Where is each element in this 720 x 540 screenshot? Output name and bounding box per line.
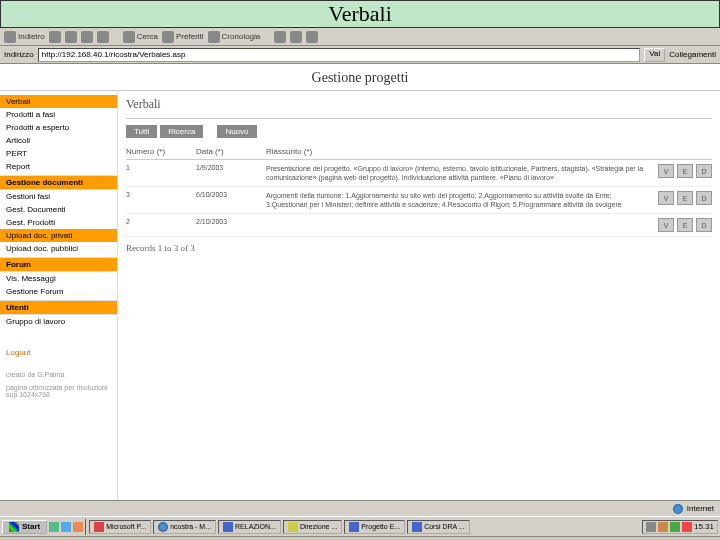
cell-date: 2/10/2003 (196, 218, 266, 225)
task-item[interactable]: RELAZION... (218, 520, 281, 534)
app-icon (288, 522, 298, 532)
view-button[interactable]: V (658, 191, 674, 205)
sidebar-item-gestione-forum[interactable]: Gestione Forum (0, 285, 117, 298)
sidebar-logout[interactable]: Logout (0, 346, 117, 359)
table-row: 3 6/10/2003 Argomenti della riunione: 1.… (126, 187, 712, 214)
sidebar-item-upload-pubblici[interactable]: Upload doc. pubblici (0, 242, 117, 255)
sidebar-item-gruppo-lavoro[interactable]: Gruppo di lavoro (0, 315, 117, 328)
sidebar-item-pert[interactable]: PERT (0, 147, 117, 160)
cell-date: 1/9/2003 (196, 164, 266, 171)
slide-footer: MIT – DICOTER Progetto: Industrie a risc… (0, 536, 720, 540)
sidebar-item-upload-privati[interactable]: Upload doc. privati (0, 229, 117, 242)
col-header-numero[interactable]: Numero (*) (126, 147, 196, 156)
app-icon (94, 522, 104, 532)
delete-button[interactable]: D (696, 164, 712, 178)
quick-launch-icon[interactable] (61, 522, 71, 532)
sidebar-header-docs: Gestione documenti (0, 175, 117, 190)
tray-icon[interactable] (658, 522, 668, 532)
sidebar-item-report[interactable]: Report (0, 160, 117, 173)
edit-button[interactable]: E (677, 164, 693, 178)
quick-launch-icon[interactable] (49, 522, 59, 532)
task-item[interactable]: Corsi DRA ... (407, 520, 469, 534)
sidebar-item-articoli[interactable]: Articoli (0, 134, 117, 147)
sidebar-item-prodotti-fasi[interactable]: Prodotti a fasi (0, 108, 117, 121)
cell-summary: Argomenti della riunione: 1.Aggiornament… (266, 191, 658, 209)
windows-icon (9, 522, 19, 532)
status-bar: Internet (0, 500, 720, 516)
task-item[interactable]: Progetto E... (344, 520, 405, 534)
toolbar-mail[interactable] (274, 31, 286, 43)
address-label: Indirizzo (4, 50, 34, 59)
toolbar-favorites[interactable]: Preferiti (162, 31, 204, 43)
status-internet: Internet (687, 504, 714, 513)
sidebar-item-gestioni-fasi[interactable]: Gestioni fasi (0, 190, 117, 203)
address-input[interactable] (38, 48, 641, 62)
app-icon (349, 522, 359, 532)
toolbar-history[interactable]: Cronologia (208, 31, 261, 43)
edit-button[interactable]: E (677, 218, 693, 232)
cell-summary: Presentazione del progetto. «Gruppo di l… (266, 164, 658, 182)
tray-icon[interactable] (646, 522, 656, 532)
tray-icon[interactable] (670, 522, 680, 532)
sidebar: Verbali Prodotti a fasi Prodotti a esper… (0, 91, 118, 500)
view-button[interactable]: V (658, 164, 674, 178)
tab-ricerca[interactable]: Ricerca (160, 125, 203, 138)
system-tray[interactable]: 15.31 (642, 520, 718, 534)
sidebar-item-vis-messaggi[interactable]: Vis. Messaggi (0, 272, 117, 285)
cell-num: 3 (126, 191, 196, 198)
task-item[interactable]: ncostra - M... (153, 520, 216, 534)
toolbar-forward[interactable] (49, 31, 61, 43)
delete-button[interactable]: D (696, 191, 712, 205)
view-button[interactable]: V (658, 218, 674, 232)
app-icon (158, 522, 168, 532)
sidebar-optim: pagina ottimizzata per risoluzioni sup.1… (6, 384, 111, 398)
task-item[interactable]: Microsoft P... (89, 520, 151, 534)
quick-launch-icon[interactable] (73, 522, 83, 532)
toolbar-back[interactable]: Indietro (4, 31, 45, 43)
table-row: 1 1/9/2003 Presentazione del progetto. «… (126, 160, 712, 187)
col-header-data[interactable]: Data (*) (196, 147, 266, 156)
sidebar-header-utenti: Utenti (0, 300, 117, 315)
toolbar-print[interactable] (290, 31, 302, 43)
go-button[interactable]: Vai (644, 48, 665, 62)
toolbar-search[interactable]: Cerca (123, 31, 158, 43)
records-count: Records 1 to 3 of 3 (126, 237, 712, 259)
main-panel: Verbali Tutti Ricerca Nuovo Numero (*) D… (118, 91, 720, 500)
task-item[interactable]: Direzione ... (283, 520, 342, 534)
address-bar: Indirizzo Vai Collegamenti (0, 46, 720, 64)
col-header-riassunto[interactable]: Riassunto (*) (266, 147, 652, 156)
toolbar-edit[interactable] (306, 31, 318, 43)
app-icon (223, 522, 233, 532)
cell-num: 1 (126, 164, 196, 171)
browser-toolbar: Indietro Cerca Preferiti Cronologia (0, 28, 720, 46)
sidebar-item-prodotti-esperto[interactable]: Prodotti a esperto (0, 121, 117, 134)
toolbar-refresh[interactable] (81, 31, 93, 43)
sidebar-credit: creato da G.Palma (6, 371, 111, 378)
sidebar-item-verbali[interactable]: Verbali (0, 95, 117, 108)
cell-num: 2 (126, 218, 196, 225)
app-icon (412, 522, 422, 532)
toolbar-stop[interactable] (65, 31, 77, 43)
tray-icon[interactable] (682, 522, 692, 532)
section-title: Verbali (126, 95, 712, 119)
table-header: Numero (*) Data (*) Riassunto (*) (126, 144, 712, 160)
links-label[interactable]: Collegamenti (669, 50, 716, 59)
clock: 15.31 (694, 522, 714, 531)
tab-nuovo[interactable]: Nuovo (217, 125, 256, 138)
tab-tutti[interactable]: Tutti (126, 125, 157, 138)
cell-date: 6/10/2003 (196, 191, 266, 198)
start-button[interactable]: Start (2, 520, 47, 534)
table-row: 2 2/10/2003 V E D (126, 214, 712, 237)
taskbar: Start Microsoft P... ncostra - M... RELA… (0, 516, 720, 536)
internet-icon (673, 504, 683, 514)
toolbar-home[interactable] (97, 31, 109, 43)
sidebar-header-forum: Forum (0, 257, 117, 272)
page-title: Gestione progetti (0, 64, 720, 91)
delete-button[interactable]: D (696, 218, 712, 232)
sidebar-item-gest-prodotti[interactable]: Gest. Prodotti (0, 216, 117, 229)
edit-button[interactable]: E (677, 191, 693, 205)
sidebar-item-gest-documenti[interactable]: Gest. Documenti (0, 203, 117, 216)
slide-title: Verbali (0, 0, 720, 28)
